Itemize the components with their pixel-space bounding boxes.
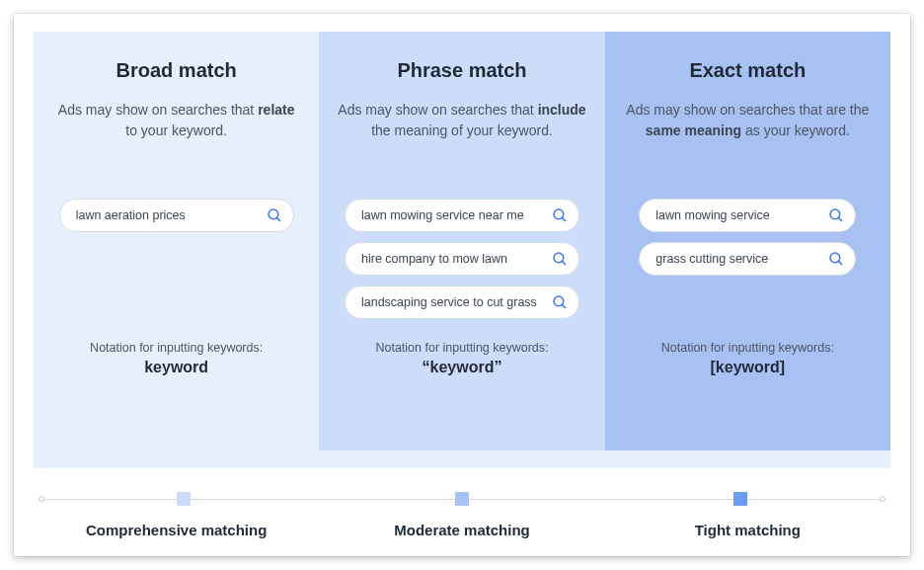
svg-line-3	[562, 217, 566, 221]
panel-desc-broad: Ads may show on searches that relate to …	[51, 100, 301, 163]
panel-broad-match: Broad match Ads may show on searches tha…	[34, 32, 319, 450]
desc-pre: Ads may show on searches that are the	[626, 102, 869, 118]
search-text: lawn aeration prices	[76, 208, 186, 222]
search-text: grass cutting service	[655, 252, 768, 266]
search-text: landscaping service to cut grass	[361, 295, 537, 309]
scale-label-comprehensive: Comprehensive matching	[34, 522, 319, 538]
scale-marker-moderate	[455, 492, 469, 506]
notation-label-broad: Notation for inputting keywords:	[90, 341, 263, 355]
search-pill: lawn aeration prices	[59, 199, 294, 232]
notation-value-exact: [keyword]	[711, 359, 786, 376]
scale-track	[34, 492, 890, 506]
notation-value-broad: keyword	[144, 359, 208, 376]
panel-title-broad: Broad match	[116, 59, 237, 82]
scale-labels: Comprehensive matching Moderate matching…	[34, 522, 890, 538]
panel-desc-phrase: Ads may show on searches that include th…	[337, 100, 586, 163]
svg-point-4	[554, 253, 564, 263]
panel-bottom-band	[34, 450, 890, 468]
scale-marker-tight	[733, 492, 747, 506]
svg-point-0	[269, 209, 278, 219]
search-icon	[827, 250, 845, 268]
svg-line-5	[562, 261, 566, 265]
search-examples-exact: lawn mowing service grass cutting servic…	[623, 199, 873, 327]
search-icon	[551, 293, 569, 311]
search-examples-broad: lawn aeration prices	[51, 199, 301, 327]
search-pill: grass cutting service	[639, 242, 856, 276]
search-pill: lawn mowing service	[639, 199, 856, 232]
desc-pre: Ads may show on searches that	[58, 102, 258, 118]
svg-point-10	[830, 253, 840, 263]
panels-row: Broad match Ads may show on searches tha…	[14, 14, 910, 450]
svg-point-8	[830, 209, 840, 219]
desc-post: as your keyword.	[741, 122, 850, 138]
panel-phrase-match: Phrase match Ads may show on searches th…	[319, 32, 604, 450]
scale-label-moderate: Moderate matching	[319, 522, 604, 538]
panel-desc-exact: Ads may show on searches that are the sa…	[623, 100, 873, 163]
svg-line-9	[839, 217, 843, 221]
panel-title-phrase: Phrase match	[397, 59, 526, 82]
panel-title-exact: Exact match	[689, 59, 806, 82]
notation-value-phrase: “keyword”	[423, 359, 502, 376]
desc-post: the meaning of your keyword.	[371, 122, 553, 138]
notation-label-exact: Notation for inputting keywords:	[661, 341, 834, 355]
svg-point-6	[554, 296, 564, 306]
desc-post: to your keyword.	[125, 122, 227, 138]
desc-bold: same meaning	[646, 122, 741, 138]
scale-label-tight: Tight matching	[605, 522, 890, 538]
search-examples-phrase: lawn mowing service near me hire company…	[337, 199, 586, 327]
search-pill: hire company to mow lawn	[345, 242, 579, 276]
panel-exact-match: Exact match Ads may show on searches tha…	[605, 32, 890, 450]
matching-scale: Comprehensive matching Moderate matching…	[14, 468, 910, 556]
svg-line-7	[562, 304, 566, 308]
scale-marker-comprehensive	[177, 492, 191, 506]
search-text: hire company to mow lawn	[361, 252, 507, 266]
notation-label-phrase: Notation for inputting keywords:	[375, 341, 548, 355]
search-icon	[551, 206, 569, 224]
svg-point-2	[554, 209, 564, 219]
search-text: lawn mowing service	[655, 208, 769, 222]
search-icon	[551, 250, 569, 268]
svg-line-1	[276, 217, 280, 221]
search-pill: lawn mowing service near me	[345, 199, 579, 232]
desc-bold: include	[538, 102, 586, 118]
desc-pre: Ads may show on searches that	[338, 102, 537, 118]
search-icon	[827, 206, 845, 224]
search-pill: landscaping service to cut grass	[345, 285, 579, 319]
search-text: lawn mowing service near me	[361, 208, 524, 222]
desc-bold: relate	[258, 102, 294, 118]
scale-endpoint-left	[38, 496, 44, 502]
scale-endpoint-right	[880, 496, 886, 502]
match-type-diagram: Broad match Ads may show on searches tha…	[14, 14, 910, 556]
svg-line-11	[839, 261, 843, 265]
search-icon	[266, 206, 283, 224]
